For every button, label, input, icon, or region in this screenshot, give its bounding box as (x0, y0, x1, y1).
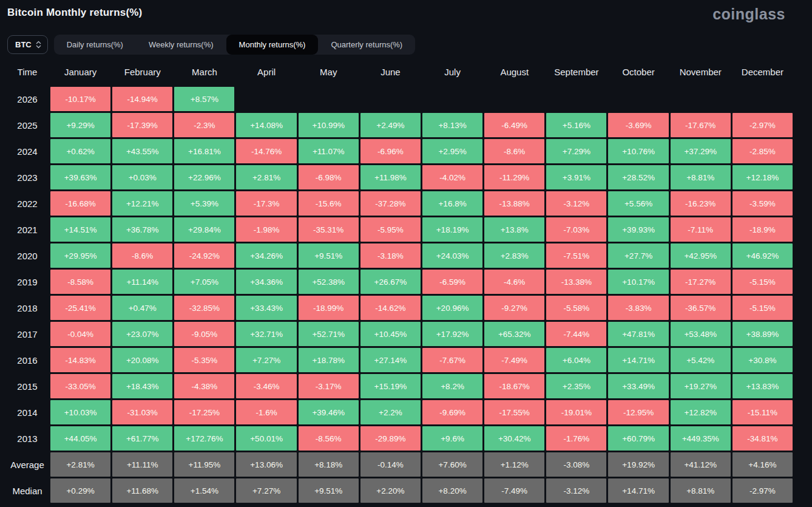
return-cell: +11.95% (174, 452, 234, 477)
return-cell: +10.76% (608, 139, 668, 163)
return-cell: -3.83% (608, 296, 668, 320)
return-cell: -25.41% (50, 296, 110, 320)
row-label-average: Average (6, 452, 49, 477)
column-header-month: May (299, 60, 359, 85)
return-cell: +29.84% (174, 217, 234, 242)
return-cell: +2.49% (360, 113, 421, 137)
return-cell: +13.83% (732, 374, 793, 398)
return-cell: -6.59% (422, 270, 482, 294)
return-cell: -1.76% (546, 426, 606, 451)
return-cell: +6.04% (546, 348, 606, 372)
column-header-month: July (422, 60, 482, 85)
return-cell: +20.08% (112, 348, 172, 372)
return-cell: +18.43% (112, 374, 172, 398)
return-cell: -15.11% (732, 400, 793, 424)
return-cell: +27.7% (608, 243, 668, 268)
empty-cell (360, 87, 421, 111)
return-cell: -18.67% (484, 374, 544, 398)
return-cell: +12.21% (112, 191, 172, 216)
empty-cell (236, 87, 296, 111)
return-cell: -7.11% (671, 217, 731, 242)
return-cell: -3.17% (299, 374, 359, 398)
return-cell: +16.8% (422, 191, 482, 216)
tab-weekly-returns[interactable]: Weekly returns(%) (136, 35, 226, 55)
return-cell: -37.28% (360, 191, 421, 216)
return-cell: +8.18% (299, 452, 359, 477)
return-cell: +2.35% (546, 374, 606, 398)
return-cell: +14.08% (236, 113, 296, 137)
return-cell: +0.62% (50, 139, 110, 163)
row-label-2025: 2025 (6, 113, 49, 137)
page-title: Bitcoin Monthly returns(%) (7, 7, 142, 19)
return-cell: -6.98% (299, 165, 359, 189)
return-cell: +53.48% (671, 322, 731, 346)
return-cell: +2.95% (422, 139, 482, 163)
return-cell: -9.69% (422, 400, 482, 424)
return-cell: -31.03% (112, 400, 172, 424)
return-cell: +46.92% (732, 243, 793, 268)
return-cell: -2.97% (732, 478, 793, 503)
tab-monthly-returns[interactable]: Monthly returns(%) (226, 35, 319, 55)
return-cell: +26.67% (360, 270, 421, 294)
return-cell: -14.94% (112, 87, 172, 111)
row-label-2020: 2020 (6, 243, 49, 268)
tab-daily-returns[interactable]: Daily returns(%) (54, 35, 136, 55)
return-cell: +8.57% (174, 87, 234, 111)
return-cell: -2.97% (732, 113, 793, 137)
return-cell: +7.27% (236, 348, 296, 372)
return-cell: -3.12% (546, 478, 606, 503)
return-cell: -8.6% (112, 243, 172, 268)
return-cell: -29.89% (360, 426, 421, 451)
return-cell: +61.77% (112, 426, 172, 451)
return-cell: -17.3% (236, 191, 296, 216)
select-arrows-icon (36, 41, 41, 49)
return-cell: -17.25% (174, 400, 234, 424)
return-cell: +8.2% (422, 374, 482, 398)
return-cell: -18.9% (732, 217, 793, 242)
return-cell: +13.8% (484, 217, 544, 242)
return-cell: -7.49% (484, 348, 544, 372)
return-cell: +8.81% (671, 165, 731, 189)
return-cell: +8.13% (422, 113, 482, 137)
return-cell: -7.44% (546, 322, 606, 346)
return-cell: -16.68% (50, 191, 110, 216)
return-cell: +18.78% (299, 348, 359, 372)
return-cell: -17.27% (671, 270, 731, 294)
return-cell: +22.96% (174, 165, 234, 189)
column-header-month: August (484, 60, 544, 85)
return-cell: -0.14% (360, 452, 421, 477)
return-cell: -6.96% (360, 139, 421, 163)
empty-cell (422, 87, 482, 111)
row-label-2017: 2017 (6, 322, 49, 346)
return-cell: -5.35% (174, 348, 234, 372)
return-cell: +9.29% (50, 113, 110, 137)
return-cell: +36.78% (112, 217, 172, 242)
return-cell: +7.60% (422, 452, 482, 477)
return-cell: +33.49% (608, 374, 668, 398)
return-cell: +5.16% (546, 113, 606, 137)
symbol-select[interactable]: BTC (7, 35, 48, 54)
return-cell: -3.18% (360, 243, 421, 268)
return-cell: -9.05% (174, 322, 234, 346)
return-cell: +15.19% (360, 374, 421, 398)
return-cell: -6.49% (484, 113, 544, 137)
tab-quarterly-returns[interactable]: Quarterly returns(%) (318, 35, 415, 55)
row-label-2016: 2016 (6, 348, 49, 372)
empty-cell (484, 87, 544, 111)
return-cell: +10.45% (360, 322, 421, 346)
return-cell: +5.56% (608, 191, 668, 216)
return-cell: +20.96% (422, 296, 482, 320)
return-cell: +172.76% (174, 426, 234, 451)
row-label-2022: 2022 (6, 191, 49, 216)
return-cell: +2.2% (360, 400, 421, 424)
return-cell: -4.02% (422, 165, 482, 189)
return-cell: +449.35% (671, 426, 731, 451)
return-cell: -3.59% (732, 191, 793, 216)
return-cell: +2.83% (484, 243, 544, 268)
return-cell: +41.12% (671, 452, 731, 477)
column-header-time: Time (6, 60, 49, 85)
return-cell: -11.29% (484, 165, 544, 189)
return-cell: +34.36% (236, 270, 296, 294)
return-cell: +11.14% (112, 270, 172, 294)
return-cell: +10.03% (50, 400, 110, 424)
